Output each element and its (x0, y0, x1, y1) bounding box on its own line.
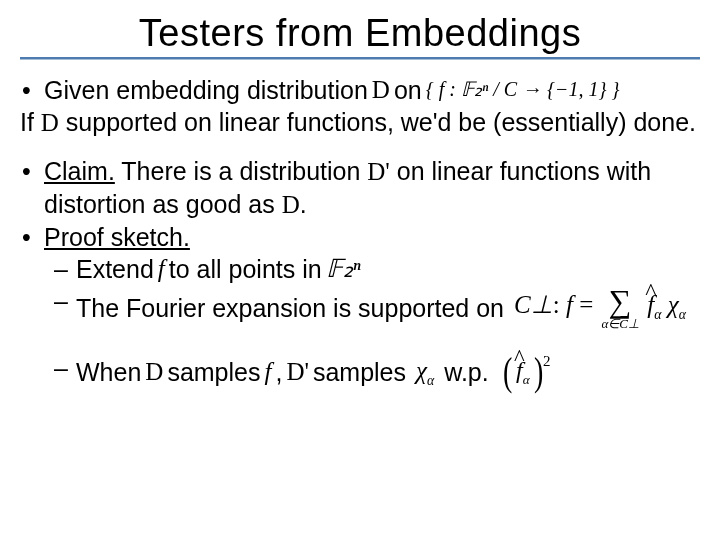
period-1: . (300, 190, 307, 218)
bullet-claim: Claim. There is a distribution D' on lin… (20, 155, 700, 221)
math-Cperp: C⊥ (514, 291, 553, 318)
prob-square: 2 (543, 352, 551, 371)
proof-label: Proof sketch. (44, 223, 190, 251)
when-c: , (275, 356, 282, 388)
sub-extend: Extend f to all points in 𝔽₂ⁿ (20, 253, 700, 285)
eq-equals: = (573, 291, 600, 318)
title-underline (20, 57, 700, 60)
if-prefix: If (20, 108, 41, 136)
eq-fhat-sub: α (654, 307, 661, 322)
bullet-given: Given embedding distribution D on { f : … (20, 74, 700, 106)
sym-D-3: D (282, 191, 300, 218)
bullet-proof: Proof sketch. (20, 221, 700, 253)
given-text-a: Given embedding distribution (44, 74, 368, 106)
prob-expr: ( fα ) 2 (501, 352, 551, 392)
given-text-on: on (394, 74, 422, 106)
chi-alpha-sub: α (427, 373, 434, 388)
prob-fhat: f (516, 355, 523, 386)
sym-D-1: D (372, 74, 390, 106)
eq-chi-sub: α (679, 307, 686, 322)
slide-body: Given embedding distribution D on { f : … (20, 74, 700, 392)
prob-fhat-sub: α (523, 372, 530, 387)
math-F2n: 𝔽₂ⁿ (326, 253, 361, 285)
sym-D-2: D (41, 109, 59, 136)
sym-Dp-1: D' (367, 158, 390, 185)
sym-Dp-2: D' (286, 356, 309, 388)
when-a: When (76, 356, 141, 388)
sym-f-1: f (158, 253, 165, 285)
if-rest: supported on linear functions, we'd be (… (59, 108, 696, 136)
eq-chi: χ (668, 291, 679, 318)
sub-when: When D samples f, D' samples χα w.p. ( f… (20, 352, 700, 392)
when-b: samples (167, 356, 260, 388)
claim-text-a: There is a distribution (115, 157, 367, 185)
sym-f-2: f (264, 356, 271, 388)
colon: : (553, 291, 566, 318)
when-d: samples (313, 356, 406, 388)
sum-symbol: ∑ α∈C⊥ (601, 285, 639, 330)
extend-b: to all points in (169, 253, 322, 285)
chi-alpha: χ (416, 357, 427, 384)
extend-a: Extend (76, 253, 154, 285)
claim-label: Claim. (44, 157, 115, 185)
eq-f: f (566, 291, 573, 318)
sum-lower: α∈C⊥ (601, 317, 639, 330)
fourier-text: The Fourier expansion is supported on (76, 292, 504, 324)
sym-D-4: D (145, 356, 163, 388)
wp: w.p. (444, 356, 488, 388)
line-if-supported: If D supported on linear functions, we'd… (20, 106, 700, 139)
slide-title: Testers from Embeddings (20, 12, 700, 55)
sub-fourier: The Fourier expansion is supported on C⊥… (20, 285, 700, 330)
math-domain-set: { f : 𝔽₂ⁿ / C → {−1, 1} } (426, 77, 620, 103)
slide: Testers from Embeddings Given embedding … (0, 0, 720, 540)
